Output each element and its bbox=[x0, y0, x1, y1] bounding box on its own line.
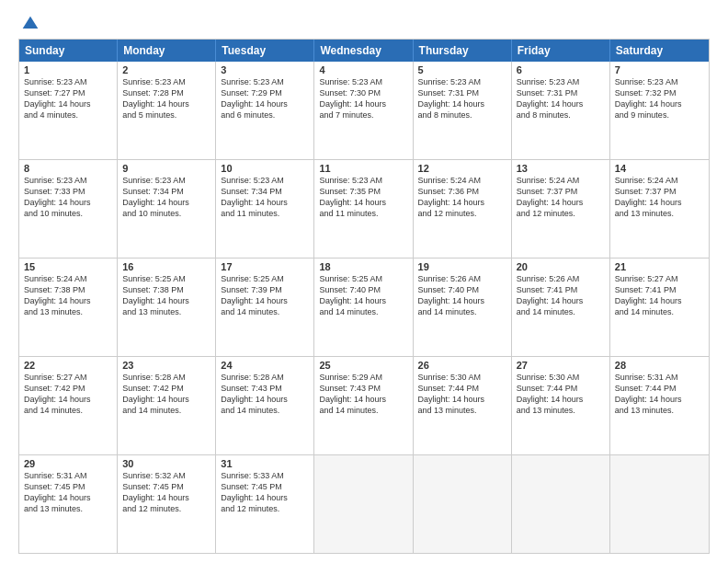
cell-line: Daylight: 14 hours bbox=[319, 295, 407, 306]
day-number: 14 bbox=[615, 163, 704, 174]
cell-line: Sunset: 7:33 PM bbox=[24, 186, 112, 197]
cell-line: and 13 minutes. bbox=[615, 405, 704, 416]
cell-line: Sunrise: 5:23 AM bbox=[24, 175, 112, 186]
cell-line: and 14 minutes. bbox=[319, 306, 407, 317]
cell-line: and 11 minutes. bbox=[319, 208, 407, 219]
cell-line: and 13 minutes. bbox=[615, 208, 704, 219]
cell-line: Sunset: 7:37 PM bbox=[615, 186, 704, 197]
cell-line: Sunset: 7:44 PM bbox=[615, 383, 704, 394]
day-cell-17: 17Sunrise: 5:25 AMSunset: 7:39 PMDayligh… bbox=[216, 259, 314, 356]
cell-line: Sunrise: 5:31 AM bbox=[615, 372, 704, 383]
empty-cell bbox=[512, 455, 610, 553]
cell-line: Daylight: 14 hours bbox=[418, 98, 506, 109]
cell-line: and 14 minutes. bbox=[319, 405, 407, 416]
cell-line: Sunset: 7:36 PM bbox=[418, 186, 506, 197]
day-cell-6: 6Sunrise: 5:23 AMSunset: 7:31 PMDaylight… bbox=[512, 62, 610, 159]
empty-cell bbox=[610, 455, 709, 553]
cell-line: Sunrise: 5:33 AM bbox=[221, 470, 309, 481]
day-number: 29 bbox=[24, 458, 112, 469]
day-cell-18: 18Sunrise: 5:25 AMSunset: 7:40 PMDayligh… bbox=[314, 259, 413, 356]
day-number: 9 bbox=[122, 163, 210, 174]
cell-line: Sunrise: 5:25 AM bbox=[122, 273, 210, 284]
cell-line: and 8 minutes. bbox=[418, 109, 506, 121]
cell-line: Sunrise: 5:25 AM bbox=[221, 273, 309, 284]
header-day-tuesday: Tuesday bbox=[216, 40, 314, 62]
cell-line: Sunrise: 5:23 AM bbox=[615, 76, 704, 87]
cell-line: Sunrise: 5:23 AM bbox=[221, 175, 309, 186]
cell-line: Sunrise: 5:23 AM bbox=[319, 175, 407, 186]
cell-line: Daylight: 14 hours bbox=[319, 98, 407, 109]
cell-line: and 12 minutes. bbox=[122, 503, 210, 514]
cell-line: Sunset: 7:40 PM bbox=[319, 284, 407, 295]
cell-line: Sunset: 7:27 PM bbox=[24, 87, 112, 98]
cell-line: Sunrise: 5:28 AM bbox=[221, 372, 309, 383]
day-cell-31: 31Sunrise: 5:33 AMSunset: 7:45 PMDayligh… bbox=[216, 455, 314, 553]
cell-line: Sunset: 7:34 PM bbox=[221, 186, 309, 197]
day-cell-30: 30Sunrise: 5:32 AMSunset: 7:45 PMDayligh… bbox=[118, 455, 216, 553]
cell-line: Daylight: 14 hours bbox=[221, 98, 309, 109]
cell-line: Sunrise: 5:30 AM bbox=[418, 372, 506, 383]
header bbox=[18, 15, 710, 33]
svg-marker-0 bbox=[23, 17, 39, 29]
cell-line: and 14 minutes. bbox=[615, 306, 704, 317]
cell-line: Daylight: 14 hours bbox=[122, 295, 210, 306]
day-number: 19 bbox=[418, 261, 506, 272]
cell-line: Sunrise: 5:23 AM bbox=[24, 76, 112, 87]
cell-line: Sunrise: 5:27 AM bbox=[615, 273, 704, 284]
cell-line: and 13 minutes. bbox=[517, 405, 605, 416]
cell-line: Daylight: 14 hours bbox=[24, 492, 112, 503]
cell-line: Sunset: 7:44 PM bbox=[418, 383, 506, 394]
cell-line: Daylight: 14 hours bbox=[24, 197, 112, 208]
cell-line: and 9 minutes. bbox=[615, 109, 704, 121]
cell-line: and 10 minutes. bbox=[24, 208, 112, 219]
cell-line: and 14 minutes. bbox=[517, 306, 605, 317]
cell-line: Sunrise: 5:24 AM bbox=[418, 175, 506, 186]
day-cell-14: 14Sunrise: 5:24 AMSunset: 7:37 PMDayligh… bbox=[610, 160, 709, 258]
calendar-week-1: 1Sunrise: 5:23 AMSunset: 7:27 PMDaylight… bbox=[19, 62, 709, 159]
cell-line: Sunset: 7:38 PM bbox=[24, 284, 112, 295]
cell-line: Sunrise: 5:31 AM bbox=[24, 470, 112, 481]
cell-line: and 11 minutes. bbox=[221, 208, 309, 219]
cell-line: Daylight: 14 hours bbox=[221, 492, 309, 503]
day-cell-8: 8Sunrise: 5:23 AMSunset: 7:33 PMDaylight… bbox=[19, 160, 118, 258]
cell-line: Sunset: 7:40 PM bbox=[418, 284, 506, 295]
day-cell-23: 23Sunrise: 5:28 AMSunset: 7:42 PMDayligh… bbox=[118, 357, 216, 454]
cell-line: Sunrise: 5:23 AM bbox=[517, 76, 605, 87]
day-cell-29: 29Sunrise: 5:31 AMSunset: 7:45 PMDayligh… bbox=[19, 455, 118, 553]
header-day-thursday: Thursday bbox=[414, 40, 512, 62]
cell-line: Sunrise: 5:24 AM bbox=[517, 175, 605, 186]
cell-line: Daylight: 14 hours bbox=[221, 295, 309, 306]
cell-line: Sunset: 7:42 PM bbox=[122, 383, 210, 394]
day-cell-10: 10Sunrise: 5:23 AMSunset: 7:34 PMDayligh… bbox=[216, 160, 314, 258]
day-cell-25: 25Sunrise: 5:29 AMSunset: 7:43 PMDayligh… bbox=[314, 357, 413, 454]
cell-line: Daylight: 14 hours bbox=[319, 197, 407, 208]
cell-line: Sunrise: 5:24 AM bbox=[615, 175, 704, 186]
cell-line: and 4 minutes. bbox=[24, 109, 112, 121]
day-number: 30 bbox=[122, 458, 210, 469]
cell-line: Daylight: 14 hours bbox=[319, 394, 407, 405]
day-number: 3 bbox=[221, 64, 309, 75]
cell-line: Sunset: 7:29 PM bbox=[221, 87, 309, 98]
cell-line: and 13 minutes. bbox=[122, 306, 210, 317]
day-number: 15 bbox=[24, 261, 112, 272]
day-cell-9: 9Sunrise: 5:23 AMSunset: 7:34 PMDaylight… bbox=[118, 160, 216, 258]
day-number: 1 bbox=[24, 64, 112, 75]
day-number: 23 bbox=[122, 360, 210, 371]
cell-line: and 13 minutes. bbox=[24, 503, 112, 514]
cell-line: Sunrise: 5:23 AM bbox=[418, 76, 506, 87]
cell-line: Daylight: 14 hours bbox=[517, 98, 605, 109]
day-number: 5 bbox=[418, 64, 506, 75]
cell-line: Daylight: 14 hours bbox=[24, 394, 112, 405]
calendar-header: SundayMondayTuesdayWednesdayThursdayFrid… bbox=[19, 40, 709, 62]
cell-line: and 10 minutes. bbox=[122, 208, 210, 219]
day-cell-12: 12Sunrise: 5:24 AMSunset: 7:36 PMDayligh… bbox=[414, 160, 512, 258]
cell-line: Sunrise: 5:25 AM bbox=[319, 273, 407, 284]
cell-line: Sunset: 7:35 PM bbox=[319, 186, 407, 197]
cell-line: Daylight: 14 hours bbox=[418, 197, 506, 208]
day-number: 17 bbox=[221, 261, 309, 272]
header-day-saturday: Saturday bbox=[610, 40, 709, 62]
cell-line: Daylight: 14 hours bbox=[418, 394, 506, 405]
day-number: 25 bbox=[319, 360, 407, 371]
day-number: 20 bbox=[517, 261, 605, 272]
day-cell-4: 4Sunrise: 5:23 AMSunset: 7:30 PMDaylight… bbox=[314, 62, 413, 159]
